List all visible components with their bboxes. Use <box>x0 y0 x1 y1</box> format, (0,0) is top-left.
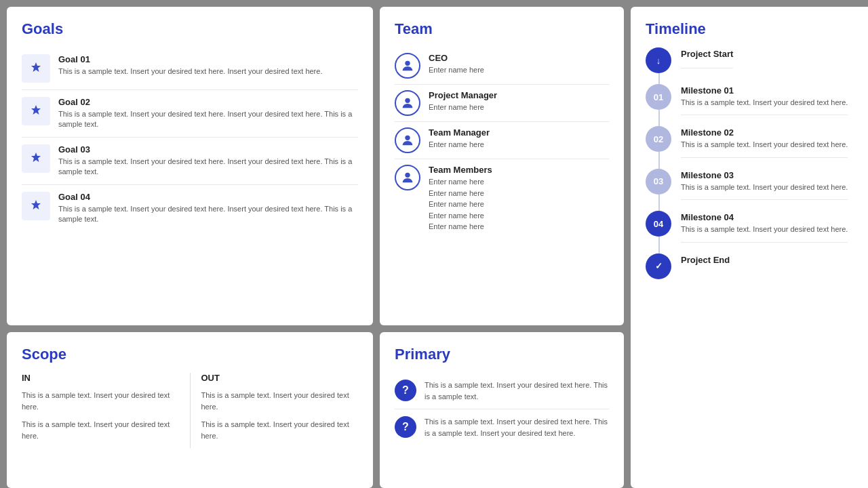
scope-out-paragraphs: This is a sample text. Insert your desir… <box>201 390 359 441</box>
timeline-item: 04 Milestone 04 This is a sample text. I… <box>646 211 860 253</box>
timeline-label: Project Start <box>681 49 733 59</box>
timeline-node: 03 <box>646 169 671 195</box>
timeline-content: Project End <box>681 253 730 267</box>
timeline-node: 02 <box>646 126 671 152</box>
svg-point-2 <box>405 136 410 140</box>
goal-text: Goal 04 This is a sample text. Insert yo… <box>58 192 358 225</box>
timeline-node: 01 <box>646 84 671 110</box>
goal-item: Goal 01 This is a sample text. Insert yo… <box>22 47 358 90</box>
scope-out-column: OUT This is a sample text. Insert your d… <box>191 373 359 448</box>
scope-out-heading: OUT <box>201 373 359 383</box>
svg-point-0 <box>405 61 410 66</box>
primary-item: ? This is a sample text. Insert your des… <box>395 373 609 409</box>
primary-text: This is a sample text. Insert your desir… <box>425 380 609 402</box>
team-member-item: Team Manager Enter name here <box>395 122 609 159</box>
member-avatar <box>395 165 420 190</box>
scope-in-heading: IN <box>22 373 179 383</box>
timeline-content: Milestone 01 This is a sample text. Inse… <box>681 84 848 115</box>
goals-list: Goal 01 This is a sample text. Insert yo… <box>22 47 358 231</box>
member-role: Team Members <box>429 165 492 175</box>
primary-list: ? This is a sample text. Insert your des… <box>395 373 609 445</box>
primary-item: ? This is a sample text. Insert your des… <box>395 409 609 445</box>
goal-text: Goal 03 This is a sample text. Insert yo… <box>58 144 358 178</box>
member-name: Enter name here <box>429 102 497 113</box>
member-info: Team Manager Enter name here <box>429 127 490 150</box>
goal-item: Goal 03 This is a sample text. Insert yo… <box>22 138 358 185</box>
scope-in-text: This is a sample text. Insert your desir… <box>22 419 179 441</box>
goal-text: Goal 01 This is a sample text. Insert yo… <box>58 54 322 77</box>
goal-label: Goal 03 <box>58 144 358 155</box>
goal-item: Goal 02 This is a sample text. Insert yo… <box>22 90 358 138</box>
timeline-node: ↓ <box>646 47 671 73</box>
scope-out-text: This is a sample text. Insert your desir… <box>201 419 359 441</box>
goal-icon <box>22 54 50 83</box>
goal-text: Goal 02 This is a sample text. Insert yo… <box>58 97 358 130</box>
timeline-item: ↓ Project Start <box>646 47 860 84</box>
member-info: Team Members Enter name hereEnter name h… <box>429 165 492 232</box>
scope-title: Scope <box>22 346 358 363</box>
primary-icon: ? <box>395 380 416 401</box>
scope-columns: IN This is a sample text. Insert your de… <box>22 373 358 448</box>
member-name: Enter name here <box>429 139 490 150</box>
member-role: CEO <box>429 53 484 63</box>
timeline-text: This is a sample text. Insert your desir… <box>681 98 848 108</box>
primary-text: This is a sample text. Insert your desir… <box>425 416 609 439</box>
timeline-node: ✓ <box>646 253 671 279</box>
scope-out-text: This is a sample text. Insert your desir… <box>201 390 359 412</box>
member-info: Project Manager Enter name here <box>429 90 497 113</box>
goal-description: This is a sample text. Insert your desir… <box>58 66 322 77</box>
member-name: Enter name here <box>429 221 492 232</box>
timeline-content: Milestone 03 This is a sample text. Inse… <box>681 169 848 200</box>
timeline-title: Timeline <box>646 20 860 38</box>
primary-title: Primary <box>395 346 609 363</box>
timeline-item: 01 Milestone 01 This is a sample text. I… <box>646 84 860 126</box>
member-role: Project Manager <box>429 90 497 100</box>
member-name: Enter name here <box>429 176 492 188</box>
goal-icon <box>22 144 50 173</box>
timeline-content: Milestone 02 This is a sample text. Inse… <box>681 126 848 157</box>
timeline-card: Timeline ↓ Project Start 01 Milestone 01… <box>631 7 868 488</box>
timeline-text: This is a sample text. Insert your desir… <box>681 182 848 192</box>
timeline-text: This is a sample text. Insert your desir… <box>681 140 848 150</box>
member-name: Enter name here <box>429 188 492 199</box>
goal-description: This is a sample text. Insert your desir… <box>58 204 358 225</box>
scope-card: Scope IN This is a sample text. Insert y… <box>7 332 373 488</box>
goal-icon <box>22 192 50 220</box>
main-layout: Goals Goal 01 This is a sample text. Ins… <box>0 0 868 488</box>
team-member-item: Project Manager Enter name here <box>395 85 609 122</box>
primary-icon: ? <box>395 416 416 438</box>
timeline-text: This is a sample text. Insert your desir… <box>681 224 848 235</box>
team-card: Team CEO Enter name here Project Manager… <box>380 7 624 325</box>
team-member-item: CEO Enter name here <box>395 47 609 85</box>
primary-card: Primary ? This is a sample text. Insert … <box>380 332 624 488</box>
timeline-label: Milestone 03 <box>681 170 848 180</box>
timeline-label: Milestone 01 <box>681 85 848 96</box>
team-member-item: Team Members Enter name hereEnter name h… <box>395 159 609 238</box>
timeline-label: Milestone 02 <box>681 127 848 138</box>
member-info: CEO Enter name here <box>429 53 484 76</box>
member-avatar <box>395 90 420 116</box>
goal-label: Goal 01 <box>58 54 322 64</box>
goal-label: Goal 04 <box>58 192 358 202</box>
goals-title: Goals <box>22 20 358 38</box>
timeline-label: Project End <box>681 255 730 265</box>
member-avatar <box>395 127 420 153</box>
member-avatar <box>395 53 420 79</box>
team-list: CEO Enter name here Project Manager Ente… <box>395 47 609 238</box>
timeline-node: 04 <box>646 211 671 237</box>
timeline-label: Milestone 04 <box>681 212 848 222</box>
timeline-list: ↓ Project Start 01 Milestone 01 This is … <box>646 47 860 290</box>
goal-icon <box>22 97 50 125</box>
team-title: Team <box>395 20 609 38</box>
member-name: Enter name here <box>429 210 492 222</box>
goals-card: Goals Goal 01 This is a sample text. Ins… <box>7 7 373 325</box>
goal-item: Goal 04 This is a sample text. Insert yo… <box>22 185 358 232</box>
scope-in-text: This is a sample text. Insert your desir… <box>22 390 179 412</box>
svg-point-1 <box>405 98 410 103</box>
goal-label: Goal 02 <box>58 97 358 107</box>
goal-description: This is a sample text. Insert your desir… <box>58 157 358 178</box>
scope-in-column: IN This is a sample text. Insert your de… <box>22 373 191 448</box>
member-name: Enter name here <box>429 64 484 76</box>
timeline-item: ✓ Project End <box>646 253 860 290</box>
svg-point-3 <box>405 173 410 178</box>
